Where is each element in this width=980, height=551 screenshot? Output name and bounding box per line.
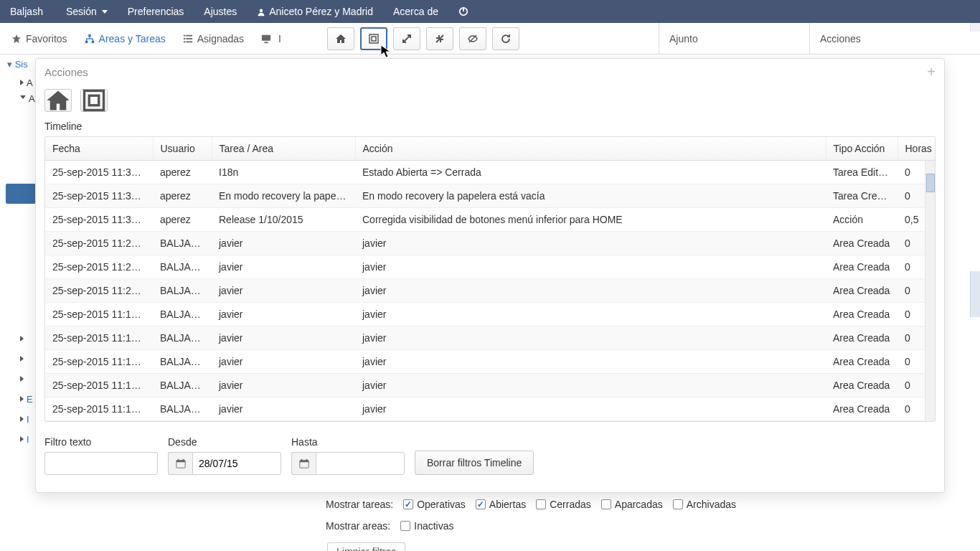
svg-rect-13 [184, 38, 186, 39]
calendar-icon[interactable] [168, 452, 192, 475]
menu-brand[interactable]: Baljash [6, 0, 56, 23]
tab-favorites[interactable]: Favoritos [3, 23, 76, 55]
table-row[interactable]: 25-sep-2015 11:21:19BALJASHjavierjavierA… [45, 279, 935, 303]
hide-button[interactable] [459, 27, 486, 50]
tab-areas[interactable]: Areas y Tareas [76, 23, 174, 55]
home-button[interactable] [327, 27, 354, 50]
tree-lower-1[interactable] [20, 329, 33, 349]
refresh-button[interactable] [492, 27, 519, 50]
checkbox-abiertas[interactable] [476, 499, 486, 509]
tree-root[interactable]: ▾ Sis [7, 59, 28, 70]
tree-icon [85, 34, 95, 44]
table-row[interactable]: 25-sep-2015 11:19:04BALJASHjavierjavierA… [45, 326, 935, 350]
cell-tipo: Area Creada [826, 350, 897, 374]
tree-node-2[interactable]: A [20, 90, 35, 106]
cell-usuario: aperez [153, 161, 212, 184]
tree-lower-4[interactable]: E [20, 389, 33, 409]
tree-lower-6[interactable]: I [20, 429, 33, 449]
menu-about[interactable]: Acerca de [383, 0, 448, 23]
calendar-icon[interactable] [291, 452, 316, 475]
tree-node-label: A [29, 93, 35, 104]
col-horas[interactable]: Horas [897, 137, 935, 161]
aparcadas-label: Aparcadas [615, 499, 663, 510]
checkbox-archivadas[interactable] [673, 499, 683, 509]
table-row[interactable]: 25-sep-2015 11:35:49aperezRelease 1/10/2… [45, 208, 935, 232]
filter-hasta-input[interactable] [316, 452, 405, 475]
shrink-button[interactable] [426, 27, 453, 50]
tree-node-label: E [27, 394, 33, 405]
popup-add-icon[interactable]: + [927, 64, 936, 80]
col-usuario[interactable]: Usuario [153, 137, 212, 161]
menu-user[interactable]: Aniceto Pérez y Madrid [247, 0, 383, 23]
caret-right-icon [20, 356, 24, 362]
toolbar-center [287, 27, 659, 50]
tab-monitor[interactable]: I [253, 23, 287, 55]
menu-power[interactable] [448, 0, 479, 23]
svg-rect-25 [89, 95, 99, 105]
filter-text-group: Filtro texto [44, 436, 158, 475]
clear-timeline-filters-button[interactable]: Borrar filtros Timeline [415, 451, 534, 475]
cell-fecha: 25-sep-2015 11:16:24 [45, 374, 153, 397]
scrollbar-thumb[interactable] [926, 174, 935, 192]
filter-desde-input[interactable] [192, 452, 281, 475]
cell-fecha: 25-sep-2015 11:36:49 [45, 184, 153, 208]
table-row[interactable]: 25-sep-2015 11:36:49aperezEn modo recove… [45, 184, 935, 208]
table-row[interactable]: 25-sep-2015 11:29:26BALJASHjavierjavierA… [45, 232, 935, 255]
col-fecha[interactable]: Fecha [45, 137, 153, 161]
filter-text-label: Filtro texto [44, 436, 158, 448]
cell-accion: Corregida visibilidad de botones menú in… [355, 208, 826, 232]
power-icon [458, 6, 468, 17]
limpiar-filtros-button[interactable]: Limpiar filtros [327, 542, 405, 551]
tree-node-label: A [27, 77, 33, 88]
list-icon [183, 34, 193, 44]
checkbox-aparcadas[interactable] [601, 499, 611, 509]
tree-node-1[interactable]: A [20, 75, 35, 90]
checkbox-operativas[interactable] [403, 499, 413, 509]
page-scrollbar-thumb[interactable] [970, 271, 980, 317]
filter-hasta-label: Hasta [291, 436, 405, 448]
cerradas-label: Cerradas [550, 499, 591, 510]
table-row[interactable]: 25-sep-2015 11:15:30BALJASHjavierjavierA… [45, 397, 935, 421]
table-row[interactable]: 25-sep-2015 11:37:43aperezI18nEstado Abi… [45, 161, 935, 184]
tab-assigned[interactable]: Asignadas [174, 23, 253, 55]
menu-session[interactable]: Sesión [56, 0, 118, 23]
cell-accion: javier [355, 326, 826, 350]
menu-preferences[interactable]: Preferencias [118, 0, 194, 23]
table-row[interactable]: 25-sep-2015 11:23:06BALJASHjavierjavierA… [45, 255, 935, 279]
cell-usuario: BALJASH [153, 397, 212, 421]
archivadas-label: Archivadas [687, 499, 736, 510]
popup-home-button[interactable] [44, 89, 72, 112]
mostrar-areas-label: Mostrar areas: [326, 520, 390, 532]
menu-settings[interactable]: Ajustes [194, 0, 247, 23]
col-accion[interactable]: Acción [355, 137, 826, 161]
tree-selected-row[interactable] [6, 184, 36, 204]
cell-accion: javier [355, 374, 826, 397]
cell-usuario: BALJASH [153, 374, 212, 397]
tree-lower-3[interactable] [20, 369, 33, 389]
popup-collapse-button[interactable] [80, 89, 108, 112]
col-tarea[interactable]: Tarea / Area [212, 137, 355, 161]
cell-fecha: 25-sep-2015 11:21:19 [45, 279, 153, 303]
cell-tarea: I18n [212, 161, 355, 184]
filter-text-input[interactable] [44, 452, 158, 475]
fullscreen-button[interactable] [393, 27, 420, 50]
svg-rect-6 [91, 40, 94, 43]
table-row[interactable]: 25-sep-2015 11:16:24BALJASHjavierjavierA… [45, 374, 935, 397]
session-label: Sesión [66, 6, 97, 17]
table-scrollbar[interactable] [925, 161, 935, 421]
table-row[interactable]: 25-sep-2015 11:19:08BALJASHjavierjavierA… [45, 303, 935, 326]
checkbox-cerradas[interactable] [536, 499, 546, 509]
expand-button[interactable] [360, 27, 387, 50]
cell-accion: javier [355, 255, 826, 279]
cell-usuario: BALJASH [153, 279, 212, 303]
svg-rect-4 [88, 34, 91, 37]
tree-lower-5[interactable]: I [20, 409, 33, 429]
popup-title: Acciones [44, 66, 88, 78]
checkbox-inactivas[interactable] [400, 521, 410, 531]
page-scrollbar[interactable] [970, 23, 980, 32]
settings-label: Ajustes [204, 6, 237, 17]
table-row[interactable]: 25-sep-2015 11:16:51BALJASHjavierjavierA… [45, 350, 935, 374]
col-tipo[interactable]: Tipo Acción [826, 137, 897, 161]
cell-fecha: 25-sep-2015 11:35:49 [45, 208, 153, 232]
tree-lower-2[interactable] [20, 349, 33, 369]
